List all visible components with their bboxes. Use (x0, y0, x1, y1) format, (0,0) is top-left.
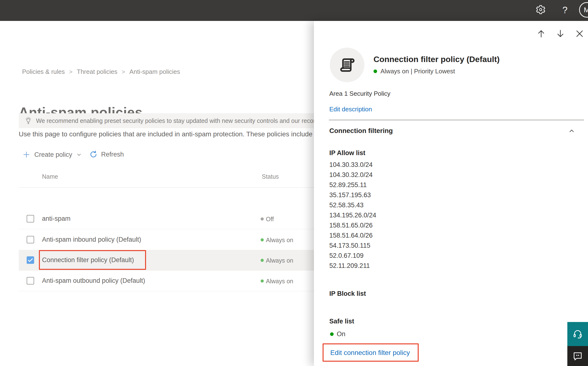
breadcrumb-separator: > (122, 69, 125, 75)
flyout-title: Connection filter policy (Default) (374, 54, 585, 64)
safe-list-status-text: On (337, 330, 345, 338)
ip-entry: 35.157.195.63 (329, 190, 376, 200)
ip-entry: 134.195.26.0/24 (329, 210, 376, 220)
arrow-down-icon[interactable] (556, 29, 565, 38)
column-header-name[interactable]: Name (42, 173, 58, 180)
ip-allow-list-title: IP Allow list (329, 149, 365, 157)
status-on-dot (330, 332, 334, 336)
feedback-chat-icon (572, 350, 583, 362)
policy-details-flyout: Connection filter policy (Default) Alway… (314, 21, 588, 366)
scroll-policy-icon (337, 55, 357, 75)
policy-avatar (330, 48, 364, 82)
help-icon[interactable]: ? (560, 4, 570, 16)
breadcrumb-separator: > (69, 69, 73, 75)
row-name: anti-spam (42, 215, 71, 222)
flyout-status-text: Always on | Priority Lowest (381, 68, 455, 75)
top-app-bar: ? M (0, 0, 588, 21)
ip-entry: 54.173.50.115 (329, 240, 376, 251)
safe-list-title: Safe list (329, 318, 354, 325)
toolbar: Create policy Refresh (0, 148, 314, 161)
banner-text: We recommend enabling preset security po… (36, 117, 314, 124)
policy-owner: Area 1 Security Policy (329, 90, 390, 97)
annotation-box-edit-link: Edit connection filter policy (323, 343, 419, 362)
ip-entry: 52.58.35.43 (329, 200, 376, 210)
table-row[interactable]: Anti-spam outbound policy (Default) Alwa… (19, 271, 314, 291)
breadcrumb-anti-spam-policies[interactable]: Anti-spam policies (129, 68, 180, 75)
breadcrumb-threat-policies[interactable]: Threat policies (77, 68, 118, 75)
table-header-divider (19, 187, 314, 188)
arrow-up-icon[interactable] (536, 29, 546, 38)
page-description: Use this page to configure policies that… (19, 130, 314, 138)
row-checkbox[interactable] (27, 215, 34, 222)
refresh-label: Refresh (101, 151, 124, 158)
edit-description-link[interactable]: Edit description (329, 106, 372, 113)
chevron-up-icon (568, 128, 575, 135)
ip-entry: 104.30.33.0/24 (329, 160, 376, 170)
ip-entry: 158.51.64.0/26 (329, 230, 376, 240)
table-row[interactable]: Connection filter policy (Default) Alway… (19, 250, 314, 271)
avatar-initial: M (584, 6, 588, 14)
gear-icon[interactable] (535, 4, 546, 15)
row-name: Anti-spam inbound policy (Default) (42, 236, 141, 243)
status-dot (261, 259, 264, 262)
row-checkbox[interactable] (27, 277, 34, 284)
chevron-down-icon (76, 152, 82, 158)
account-avatar[interactable]: M (579, 2, 588, 18)
support-button[interactable] (567, 322, 588, 346)
lightbulb-icon (24, 116, 33, 125)
plus-icon (22, 151, 30, 159)
status-dot (261, 238, 264, 241)
status-dot (261, 279, 264, 282)
row-name: Anti-spam outbound policy (Default) (42, 277, 145, 284)
breadcrumb: Policies & rules>Threat policies>Anti-sp… (22, 68, 180, 76)
status-dot (261, 217, 264, 221)
ip-entry: 104.30.32.0/24 (329, 170, 376, 180)
flyout-divider (329, 120, 584, 120)
headset-support-icon (572, 328, 583, 340)
create-policy-button[interactable]: Create policy (22, 151, 82, 159)
recommendation-banner: We recommend enabling preset security po… (19, 113, 314, 128)
ip-entry: 52.11.209.211 (329, 261, 376, 271)
edit-connection-filter-policy-link[interactable]: Edit connection filter policy (330, 349, 410, 357)
row-status: Always on (266, 257, 293, 264)
ip-entry: 52.89.255.11 (329, 180, 376, 190)
row-status: Always on (266, 237, 293, 244)
annotation-box (39, 250, 146, 270)
row-checkbox[interactable] (27, 236, 34, 243)
safe-list-status: On (330, 330, 345, 338)
close-icon[interactable] (575, 29, 584, 38)
create-policy-label: Create policy (34, 151, 72, 159)
breadcrumb-policies-rules[interactable]: Policies & rules (22, 68, 65, 75)
section-title: Connection filtering (329, 127, 393, 134)
ip-block-list-title: IP Block list (329, 290, 366, 297)
refresh-icon (89, 150, 98, 159)
row-status: Off (266, 216, 274, 223)
ip-allow-list: 104.30.33.0/24104.30.32.0/2452.89.255.11… (329, 160, 376, 271)
feedback-button[interactable] (567, 346, 588, 366)
column-header-status[interactable]: Status (262, 173, 279, 180)
flyout-status: Always on | Priority Lowest (374, 68, 455, 75)
row-status: Always on (266, 278, 293, 285)
ip-entry: 158.51.65.0/26 (329, 220, 376, 230)
table-row[interactable]: Anti-spam inbound policy (Default) Alway… (19, 229, 314, 250)
refresh-button[interactable]: Refresh (89, 150, 124, 159)
status-on-dot (374, 69, 377, 73)
row-checkbox[interactable] (27, 256, 34, 264)
table-row[interactable]: anti-spam Off (19, 208, 314, 229)
ip-entry: 52.0.67.109 (329, 251, 376, 261)
connection-filtering-section-header[interactable]: Connection filtering (329, 127, 584, 135)
